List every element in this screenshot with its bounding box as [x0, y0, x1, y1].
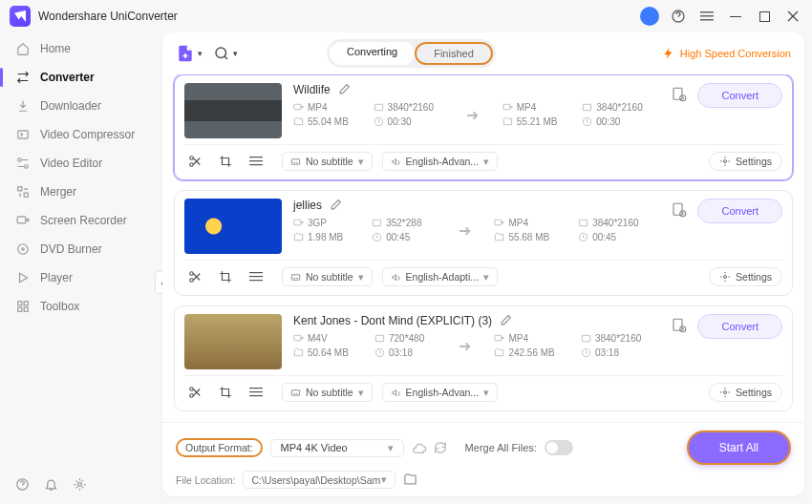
menu-icon[interactable] — [697, 7, 716, 26]
folder-icon — [293, 116, 304, 127]
file-card[interactable]: Kent Jones - Dont Mind (EXPLICIT) (3) M4… — [174, 305, 793, 411]
svg-point-13 — [22, 248, 24, 250]
more-icon[interactable] — [246, 382, 267, 403]
svg-rect-32 — [249, 157, 263, 158]
svg-rect-33 — [249, 160, 263, 161]
sync-icon[interactable] — [433, 440, 448, 455]
editor-icon — [15, 156, 31, 171]
close-icon[interactable] — [783, 7, 802, 26]
add-file-button[interactable]: ▾ — [176, 40, 203, 67]
recorder-icon — [15, 213, 31, 228]
support-icon[interactable] — [669, 7, 688, 26]
svg-rect-53 — [375, 335, 383, 341]
high-speed-conversion-link[interactable]: High Speed Conversion — [662, 47, 791, 60]
minimize-icon[interactable] — [726, 7, 745, 26]
svg-rect-47 — [249, 272, 263, 273]
svg-rect-64 — [249, 395, 263, 396]
tab-finished[interactable]: Finished — [415, 42, 493, 65]
svg-point-21 — [216, 48, 226, 58]
rename-icon[interactable] — [338, 83, 352, 96]
output-settings-icon[interactable] — [671, 201, 690, 220]
file-title: Kent Jones - Dont Mind (EXPLICIT) (3) — [293, 314, 492, 327]
clock-icon — [582, 116, 592, 127]
gear-icon — [719, 156, 731, 167]
crop-icon[interactable] — [215, 151, 236, 172]
sidebar-item-home[interactable]: Home — [0, 34, 162, 63]
titlebar: Wondershare UniConverter — [0, 0, 812, 32]
rename-icon[interactable] — [330, 199, 343, 212]
cloud-icon[interactable] — [412, 440, 427, 455]
sidebar-item-editor[interactable]: Video Editor — [0, 149, 162, 178]
sidebar-item-label: Merger — [40, 185, 76, 199]
svg-rect-62 — [249, 388, 263, 388]
convert-button[interactable]: Convert — [697, 314, 782, 339]
video-thumbnail[interactable] — [184, 314, 282, 369]
svg-rect-4 — [730, 16, 741, 17]
sidebar-item-downloader[interactable]: Downloader — [0, 92, 162, 120]
more-icon[interactable] — [246, 151, 267, 172]
maximize-icon[interactable] — [755, 7, 774, 26]
add-url-button[interactable]: ▾ — [212, 40, 239, 67]
convert-button[interactable]: Convert — [697, 199, 782, 223]
svg-rect-16 — [24, 302, 28, 305]
item-settings-button[interactable]: Settings — [709, 383, 782, 402]
video-icon — [293, 102, 304, 113]
more-icon[interactable] — [246, 266, 267, 287]
merge-toggle[interactable] — [545, 440, 573, 455]
svg-point-66 — [724, 391, 727, 394]
output-format-select[interactable]: MP4 4K Video▾ — [270, 439, 404, 457]
sidebar-item-compressor[interactable]: Video Compressor — [0, 120, 162, 149]
sidebar-item-toolbox[interactable]: Toolbox — [0, 292, 162, 321]
clock-icon — [374, 116, 384, 127]
svg-point-60 — [190, 388, 194, 391]
svg-rect-15 — [18, 302, 22, 305]
video-thumbnail[interactable] — [184, 83, 282, 138]
merger-icon — [15, 184, 31, 200]
svg-rect-1 — [700, 11, 714, 13]
output-settings-icon[interactable] — [671, 317, 690, 336]
svg-rect-43 — [673, 203, 682, 215]
svg-rect-55 — [582, 335, 589, 341]
crop-icon[interactable] — [215, 382, 236, 403]
trim-icon[interactable] — [184, 266, 205, 287]
file-card[interactable]: jellies 3GP 352*288 ➜ MP4 3840*2160 1.98… — [174, 190, 793, 296]
file-location-select[interactable]: C:\Users\payal\Desktop\Sampl▾ — [243, 471, 395, 489]
crop-icon[interactable] — [215, 266, 236, 287]
video-thumbnail[interactable] — [184, 199, 282, 254]
tab-converting[interactable]: Converting — [330, 42, 415, 65]
merge-label: Merge All Files: — [465, 442, 537, 453]
open-folder-icon[interactable] — [403, 472, 417, 487]
file-card[interactable]: Wildlife MP4 3840*2160 ➜ MP4 3840*2160 5… — [174, 74, 793, 180]
item-settings-button[interactable]: Settings — [709, 152, 782, 171]
arrow-icon: ➜ — [459, 106, 487, 124]
help-icon[interactable] — [15, 477, 31, 493]
rename-icon[interactable] — [500, 314, 513, 327]
sidebar-item-player[interactable]: Player — [0, 263, 162, 292]
subtitle-select[interactable]: No subtitle▾ — [282, 383, 373, 402]
trim-icon[interactable] — [184, 151, 205, 172]
content-toolbar: ▾ ▾ Converting Finished High Speed Conve… — [162, 32, 804, 74]
audio-select[interactable]: English-Advan...▾ — [382, 383, 498, 402]
sidebar-item-converter[interactable]: Converter — [0, 63, 162, 92]
sidebar-item-recorder[interactable]: Screen Recorder — [0, 206, 162, 235]
sidebar-item-dvd[interactable]: DVD Burner — [0, 235, 162, 263]
output-settings-icon[interactable] — [671, 86, 690, 105]
item-settings-button[interactable]: Settings — [709, 267, 782, 286]
convert-button[interactable]: Convert — [697, 83, 782, 108]
arrow-icon: ➜ — [450, 221, 479, 240]
svg-marker-14 — [20, 273, 28, 282]
svg-point-61 — [190, 394, 194, 398]
audio-select[interactable]: English-Adapti...▾ — [382, 267, 498, 286]
subtitle-select[interactable]: No subtitle▾ — [282, 267, 373, 286]
arrow-icon: ➜ — [450, 337, 479, 355]
trim-icon[interactable] — [184, 382, 205, 403]
user-avatar-icon[interactable] — [640, 7, 659, 26]
subtitle-select[interactable]: No subtitle▾ — [282, 152, 373, 171]
notification-icon[interactable] — [44, 477, 59, 493]
svg-point-51 — [724, 276, 727, 279]
settings-icon[interactable] — [73, 477, 88, 493]
start-all-button[interactable]: Start All — [687, 430, 791, 465]
audio-select[interactable]: English-Advan...▾ — [382, 152, 498, 171]
file-title: Wildlife — [293, 83, 331, 96]
sidebar-item-merger[interactable]: Merger — [0, 178, 162, 206]
